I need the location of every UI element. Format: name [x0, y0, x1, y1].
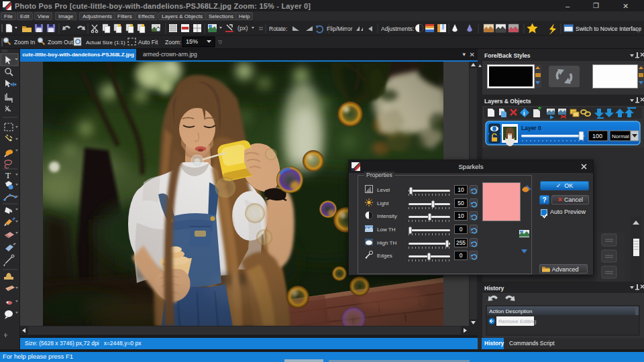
- svg-text:Remove Editing: Remove Editing: [498, 318, 536, 324]
- svg-text:Zoom Out: Zoom Out: [48, 39, 73, 46]
- svg-text:Fore/Back Styles: Fore/Back Styles: [484, 52, 531, 59]
- svg-text:Zoom In: Zoom In: [14, 39, 35, 46]
- svg-text:Action Description: Action Description: [489, 308, 532, 314]
- svg-text:Switch to Novice Interface: Switch to Novice Interface: [576, 25, 642, 32]
- svg-text:Rotate:: Rotate:: [269, 25, 287, 32]
- svg-text:Layers & Objects: Layers & Objects: [484, 98, 531, 105]
- svg-text:Zoom:: Zoom:: [165, 39, 181, 46]
- svg-text:History: History: [484, 285, 504, 292]
- svg-text:Adjustments:: Adjustments:: [381, 25, 414, 32]
- svg-text:i: i: [523, 110, 525, 117]
- svg-text:Auto Fit: Auto Fit: [138, 39, 158, 46]
- svg-text:T: T: [5, 170, 11, 180]
- svg-text:15%: 15%: [186, 38, 198, 45]
- svg-text:Normal: Normal: [612, 133, 629, 139]
- svg-text:(px): (px): [237, 25, 248, 32]
- svg-text:Commands Script: Commands Script: [509, 340, 555, 347]
- svg-text:Flip/Mirror: Flip/Mirror: [327, 25, 352, 32]
- svg-text:Layer 0: Layer 0: [521, 125, 541, 131]
- svg-text:History: History: [484, 340, 504, 347]
- svg-text:Actual Size (1:1): Actual Size (1:1): [86, 40, 125, 46]
- svg-text:100: 100: [592, 133, 602, 139]
